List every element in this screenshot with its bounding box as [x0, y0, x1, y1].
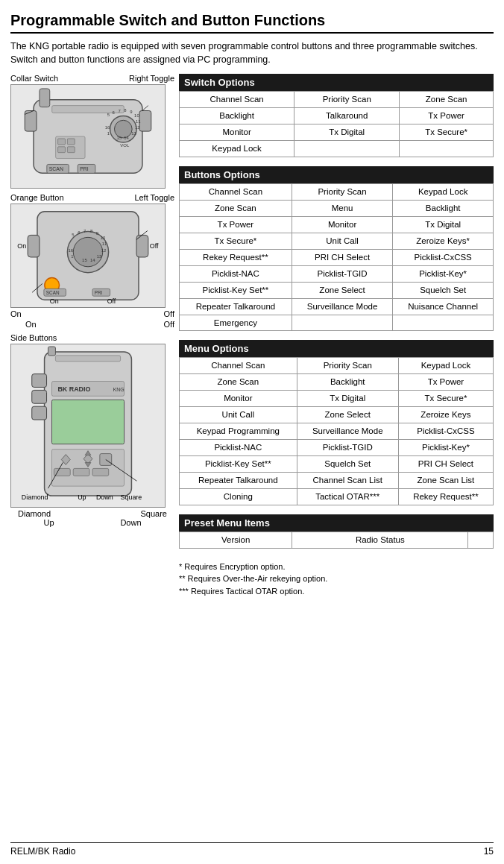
- table-cell: Channel Scan: [180, 92, 294, 108]
- table-cell: [292, 315, 392, 331]
- off-label-right: Off: [164, 309, 174, 318]
- table-cell: Monitor: [292, 216, 392, 233]
- svg-rect-37: [28, 236, 40, 258]
- svg-text:13: 13: [131, 131, 136, 136]
- side-buttons-label: Side Buttons: [10, 333, 174, 342]
- diagram-2-bottom-labels2: On Off: [10, 320, 174, 329]
- footer-right: 15: [484, 846, 494, 857]
- table-cell: Nuisance Channel: [393, 298, 494, 315]
- table-cell: Backlight: [297, 374, 398, 391]
- table-cell: Zone Scan List: [398, 473, 493, 489]
- off-label2: Off: [164, 320, 174, 329]
- table-row: Rekey Request**PRI CH SelectPicklist-CxC…: [180, 249, 494, 265]
- table-cell: Tx Digital: [294, 124, 400, 141]
- table-cell: Tx Secure*: [398, 391, 493, 407]
- page-title: Programmable Switch and Button Functions: [10, 12, 494, 34]
- table-cell: Monitor: [180, 391, 297, 407]
- table-row: Picklist-Key Set**Zone SelectSquelch Set: [180, 282, 494, 298]
- table-row: BacklightTalkaroundTx Power: [180, 108, 494, 124]
- svg-text:11: 11: [136, 120, 141, 124]
- right-column: Switch Options Channel ScanPriority Scan…: [179, 74, 494, 597]
- square-label: Square: [141, 509, 167, 518]
- table-cell: Backlight: [393, 200, 494, 216]
- svg-text:15: 15: [82, 258, 87, 262]
- left-column: Collar Switch Right Toggle: [10, 74, 174, 597]
- svg-text:16: 16: [68, 248, 73, 253]
- diagram-2-image: On Off On Off: [10, 204, 166, 308]
- table-cell: Zone Scan: [400, 92, 494, 108]
- table-cell: Emergency: [180, 315, 292, 331]
- svg-rect-65: [32, 406, 47, 420]
- table-cell: Repeater Talkaround: [180, 473, 297, 489]
- table-cell: Tx Digital: [297, 391, 398, 407]
- preset-menu-heading: Preset Menu Items: [179, 514, 494, 532]
- svg-text:Off: Off: [150, 242, 159, 250]
- svg-text:9: 9: [130, 110, 132, 115]
- table-row: MonitorTx DigitalTx Secure*: [180, 124, 494, 141]
- table-cell: Picklist-Key*: [393, 265, 494, 282]
- svg-rect-74: [100, 454, 112, 466]
- table-cell: Unit Call: [292, 233, 392, 249]
- table-cell: Tx Power: [180, 216, 292, 233]
- table-cell: Channel Scan: [180, 358, 297, 374]
- table-cell: Repeater Talkaround: [180, 298, 292, 315]
- table-cell: Channel Scan List: [297, 473, 398, 489]
- svg-rect-80: [48, 347, 56, 356]
- left-toggle-label: Left Toggle: [134, 193, 174, 202]
- on-label-left: On: [10, 309, 22, 318]
- svg-text:1: 1: [71, 254, 73, 259]
- table-cell: Squelch Set: [393, 282, 494, 298]
- svg-rect-76: [54, 469, 70, 476]
- table-cell: Channel Scan: [180, 184, 292, 201]
- table-cell: Zeroize Keys*: [393, 233, 494, 249]
- collar-switch-label: Collar Switch: [10, 74, 58, 83]
- svg-text:On: On: [17, 242, 26, 250]
- svg-text:10: 10: [134, 114, 139, 119]
- footnotes: * Requires Encryption option.** Requires…: [179, 561, 494, 598]
- svg-text:VOL: VOL: [120, 143, 130, 148]
- svg-rect-28: [58, 147, 66, 153]
- table-cell: Picklist-Key Set**: [180, 282, 292, 298]
- table-row: Zone ScanBacklightTx Power: [180, 374, 494, 391]
- svg-rect-63: [32, 374, 47, 388]
- table-row: Zone ScanMenuBacklight: [180, 200, 494, 216]
- table-cell: Picklist-NAC: [180, 265, 292, 282]
- table-cell: Keypad Programming: [180, 423, 297, 440]
- svg-text:On: On: [50, 297, 59, 305]
- table-cell: Menu: [292, 200, 392, 216]
- svg-rect-78: [92, 469, 109, 476]
- table-cell: Picklist-CxCSS: [393, 249, 494, 265]
- svg-text:16: 16: [105, 125, 110, 130]
- svg-text:PRI: PRI: [80, 167, 89, 172]
- buttons-options-section: Buttons Options Channel ScanPriority Sca…: [179, 166, 494, 331]
- diagram-2-labels: Orange Button Left Toggle: [10, 193, 174, 202]
- table-cell: Zone Scan: [180, 200, 292, 216]
- table-cell: Talkaround: [294, 108, 400, 124]
- table-cell: PRI CH Select: [398, 456, 493, 473]
- preset-menu-section: Preset Menu Items VersionRadio Status: [179, 514, 494, 549]
- table-row: Channel ScanPriority ScanKeypad Lock: [180, 358, 494, 374]
- table-cell: Tx Secure*: [400, 124, 494, 141]
- table-cell: Keypad Lock: [393, 184, 494, 201]
- diagram-3: Side Buttons BK RADIO KNG: [10, 333, 174, 527]
- table-cell: Priority Scan: [292, 184, 392, 201]
- diagram-3-bottom-labels2: Up Down: [10, 518, 174, 527]
- table-row: Unit CallZone SelectZeroize Keys: [180, 407, 494, 423]
- table-cell: Surveillance Mode: [292, 298, 392, 315]
- menu-options-table: Channel ScanPriority ScanKeypad LockZone…: [179, 357, 494, 505]
- orange-button-label: Orange Button: [10, 193, 64, 202]
- svg-text:KNG: KNG: [113, 388, 125, 393]
- svg-rect-3: [139, 111, 151, 132]
- switch-options-table: Channel ScanPriority ScanZone ScanBackli…: [179, 91, 494, 157]
- table-row: Picklist-NACPicklist-TGIDPicklist-Key*: [180, 440, 494, 456]
- table-row: Keypad ProgrammingSurveillance ModePickl…: [180, 423, 494, 440]
- table-cell: Priority Scan: [297, 358, 398, 374]
- svg-text:9: 9: [96, 232, 98, 236]
- svg-text:Diamond: Diamond: [22, 494, 48, 501]
- table-row: Emergency: [180, 315, 494, 331]
- table-cell: Tx Power: [398, 374, 493, 391]
- svg-text:Up: Up: [78, 494, 86, 501]
- table-cell: Monitor: [180, 124, 294, 141]
- footnote: *** Requires Tactical OTAR option.: [179, 585, 494, 598]
- diagram-2: Orange Button Left Toggle On Off On: [10, 193, 174, 329]
